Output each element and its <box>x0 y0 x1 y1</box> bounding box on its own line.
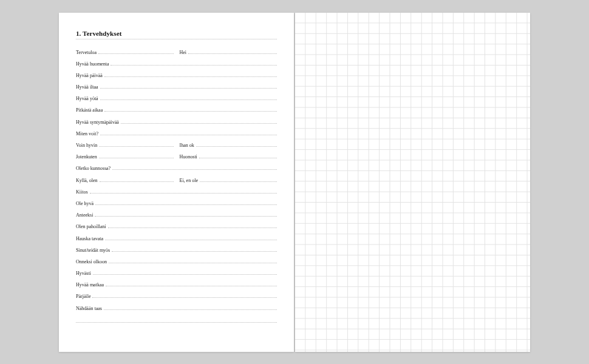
vocab-col-right: Hei <box>180 49 277 55</box>
vocab-row: JotenkutenHuonosti <box>76 153 277 164</box>
vocab-row: Miten voit? <box>76 130 277 141</box>
vocab-term: Sinut/teidät myös <box>76 248 112 253</box>
vocab-row: Kyllä, olenEi, en ole <box>76 177 277 188</box>
vocab-term: Olen pahoillani <box>76 224 108 229</box>
vocab-col-left: Jotenkuten <box>76 153 174 160</box>
blank-line <box>100 177 174 182</box>
vocab-term: Hyvää yötä <box>76 96 100 101</box>
vocab-row: Hyvää päivää <box>76 72 277 83</box>
vocab-row: Kiitos <box>76 188 277 200</box>
vocab-row: Nähdään taas <box>76 305 277 316</box>
vocab-row: Oletko kunnossa? <box>76 164 277 176</box>
vocab-col-left: Voin hyvin <box>76 141 174 148</box>
vocab-row: Hyvästi <box>76 269 277 281</box>
vocab-term: Kiitos <box>76 189 90 195</box>
vocab-term: Pitkästä aikaa <box>76 107 104 113</box>
blank-line <box>112 164 277 170</box>
vocab-term: Ihan ok <box>180 143 196 148</box>
blank-line <box>105 235 277 240</box>
vocab-term: Hyvää päivää <box>76 73 104 78</box>
vocab-term: Jotenkuten <box>76 154 99 160</box>
vocab-row: Hyvää matkaa <box>76 281 277 292</box>
vocab-term: Pärjäile <box>76 294 92 299</box>
blank-line <box>188 49 277 54</box>
blank-line <box>106 281 277 286</box>
trailing-blank-line <box>76 322 277 323</box>
blank-line <box>196 141 277 147</box>
blank-line <box>104 106 277 112</box>
vocab-term: Nähdään taas <box>76 306 104 311</box>
blank-line <box>99 141 173 147</box>
vocab-term: Hyvästi <box>76 271 93 276</box>
vocab-term: Onneksi olkoon <box>76 259 109 265</box>
vocab-col-right: Ei, en ole <box>180 177 277 183</box>
vocab-col-left: Kyllä, olen <box>76 177 174 183</box>
vocab-term: Miten voit? <box>76 131 100 136</box>
blank-line <box>100 95 277 100</box>
blank-line <box>200 177 277 182</box>
vocab-term: Kyllä, olen <box>76 178 100 183</box>
blank-line <box>99 153 174 158</box>
vocab-row: Onneksi olkoon <box>76 258 277 269</box>
blank-line <box>104 72 277 77</box>
page-right-grid <box>295 13 530 352</box>
vocab-row: Hyvää yötä <box>76 95 277 106</box>
blank-line <box>112 246 277 252</box>
vocab-row: Hyvää syntymäpäivää <box>76 118 277 130</box>
vocab-term: Hyvää iltaa <box>76 84 100 90</box>
vocab-row-split: Kyllä, olenEi, en ole <box>76 177 277 183</box>
vocab-row: TervetuloaHei <box>76 49 277 60</box>
blank-line <box>95 211 277 217</box>
vocab-row-split: Voin hyvinIhan ok <box>76 141 277 148</box>
vocab-col-left: Tervetuloa <box>76 49 174 55</box>
vocab-term: Hei <box>180 50 189 55</box>
blank-line <box>95 200 277 205</box>
heading-underline <box>76 39 277 39</box>
vocab-row: Hyvää huomenta <box>76 60 277 72</box>
blank-line <box>100 130 277 135</box>
vocab-term: Anteeksi <box>76 212 95 218</box>
blank-line <box>93 269 277 275</box>
vocab-term: Voin hyvin <box>76 143 99 148</box>
vocab-row-split: TervetuloaHei <box>76 49 277 55</box>
vocab-term: Hyvää huomenta <box>76 61 111 67</box>
vocabulary-list: TervetuloaHeiHyvää huomentaHyvää päivääH… <box>76 49 277 316</box>
blank-line <box>100 83 277 89</box>
blank-line <box>199 153 277 158</box>
page-left: 1. Tervehdykset TervetuloaHeiHyvää huome… <box>59 13 294 352</box>
vocab-row: Sinut/teidät myös <box>76 246 277 258</box>
vocab-term: Hyvää syntymäpäivää <box>76 120 121 125</box>
blank-line <box>104 305 277 310</box>
vocab-row: Voin hyvinIhan ok <box>76 141 277 153</box>
section-heading: 1. Tervehdykset <box>76 30 277 37</box>
vocab-row: Pitkästä aikaa <box>76 106 277 118</box>
vocab-col-right: Ihan ok <box>180 141 277 148</box>
blank-line <box>90 188 277 194</box>
vocab-row: Hyvää iltaa <box>76 83 277 95</box>
book-spread: 1. Tervehdykset TervetuloaHeiHyvää huome… <box>59 13 530 352</box>
vocab-term: Oletko kunnossa? <box>76 166 112 171</box>
vocab-term: Ole hyvä <box>76 201 95 206</box>
blank-line <box>111 60 277 66</box>
vocab-term: Tervetuloa <box>76 50 98 55</box>
vocab-term: Hauska tavata <box>76 236 105 241</box>
vocab-term: Hyvää matkaa <box>76 282 106 288</box>
blank-line <box>109 258 277 263</box>
vocab-col-right: Huonosti <box>180 153 277 160</box>
vocab-row: Pärjäile <box>76 292 277 304</box>
vocab-row: Olen pahoillani <box>76 223 277 234</box>
blank-line <box>121 118 277 124</box>
vocab-term: Huonosti <box>180 154 199 160</box>
blank-line <box>108 223 277 228</box>
blank-line <box>92 292 277 298</box>
vocab-row: Ole hyvä <box>76 200 277 211</box>
vocab-row-split: JotenkutenHuonosti <box>76 153 277 160</box>
vocab-term: Ei, en ole <box>180 178 200 183</box>
vocab-row: Hauska tavata <box>76 235 277 246</box>
blank-line <box>98 49 173 54</box>
vocab-row: Anteeksi <box>76 211 277 223</box>
